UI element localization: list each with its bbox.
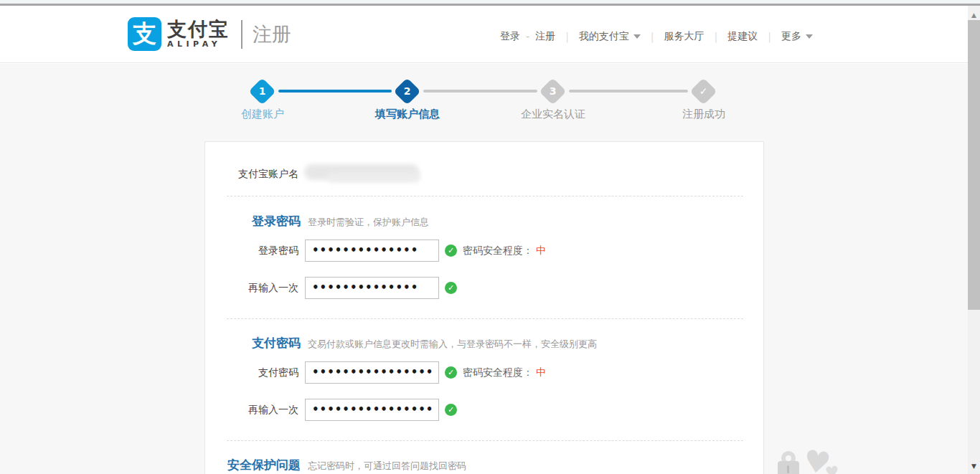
nav-dash: - [526, 31, 529, 42]
payment-password-input[interactable]: •••••••••••••••• [305, 361, 439, 384]
nav-service-hall-link[interactable]: 服务大厅 [664, 30, 705, 43]
main-content: 1 2 3 ✓ 创建账户 填写账户信息 企业实名认证 注册成功 支付宝账户名 登… [0, 64, 968, 474]
brand-name-cn: 支付宝 [167, 19, 230, 39]
password-strength-text: 密码安全程度：中 [463, 245, 546, 257]
nav-suggest-link[interactable]: 提建议 [727, 30, 758, 43]
nav-separator: | [768, 31, 771, 42]
nav-more-link[interactable]: 更多 [781, 30, 801, 43]
strength-value: 中 [536, 366, 546, 378]
step-1-label: 创建账户 [205, 108, 320, 121]
step-connector [569, 90, 688, 93]
top-navigation: 登录 - 注册 | 我的支付宝 | 服务大厅 | 提建议 | 更多 [500, 30, 813, 43]
alipay-logo-icon: 支 [128, 17, 161, 51]
nav-my-alipay-link[interactable]: 我的支付宝 [579, 30, 629, 43]
nav-separator: | [651, 31, 654, 42]
strength-value: 中 [536, 245, 546, 256]
login-password-section-title: 登录密码 [205, 213, 301, 229]
step-connector-done [278, 90, 392, 93]
scrollbar-down-arrow-icon[interactable]: ▼ [968, 461, 980, 471]
step-3-label: 企业实名认证 [496, 108, 611, 121]
payment-password-repeat-input[interactable]: •••••••••••••••• [305, 399, 439, 421]
step-2-marker: 2 [393, 77, 420, 105]
account-info-form-panel: 支付宝账户名 登录密码 登录时需验证，保护账户信息 登录密码 •••••••••… [204, 141, 764, 474]
redacted-account-name-blur [327, 172, 420, 182]
brand-text: 支付宝 ALIPAY [167, 19, 230, 49]
browser-top-edge [0, 0, 980, 6]
vertical-scrollbar[interactable]: ▲ ▼ [968, 6, 980, 474]
login-password-repeat-input[interactable]: •••••••••••••• [305, 277, 439, 299]
scrollbar-up-arrow-icon[interactable]: ▲ [968, 10, 980, 20]
step-2-label: 填写账户信息 [350, 108, 465, 121]
chevron-down-icon[interactable] [633, 34, 641, 39]
password-strength-text: 密码安全程度：中 [463, 366, 546, 379]
lock-icon [778, 461, 799, 474]
security-question-section-hint: 忘记密码时，可通过回答问题找回密码 [308, 460, 466, 473]
nav-login-link[interactable]: 登录 [500, 30, 520, 43]
check-success-icon: ✓ [445, 404, 457, 416]
payment-password-section-title: 支付密码 [205, 335, 301, 351]
step-3-marker: 3 [539, 77, 566, 105]
login-password-label: 登录密码 [205, 245, 298, 257]
check-success-icon: ✓ [445, 282, 457, 294]
step-4-label: 注册成功 [646, 108, 761, 121]
alipay-logo[interactable]: 支 支付宝 ALIPAY 注册 [128, 17, 291, 51]
step-1-marker: 1 [248, 77, 275, 105]
scrollbar-thumb[interactable] [968, 20, 980, 310]
nav-separator: | [565, 31, 569, 42]
check-success-icon: ✓ [445, 366, 457, 379]
step-connector [423, 90, 537, 93]
chevron-down-icon[interactable] [806, 34, 813, 39]
security-question-section-title: 安全保护问题 [205, 457, 301, 473]
page-header: 支 支付宝 ALIPAY 注册 登录 - 注册 | 我的支付宝 | 服务大厅 |… [0, 6, 968, 63]
browser-viewport: ▲ ▼ 支 支付宝 ALIPAY 注册 登录 - 注册 | 我的支付宝 | 服务… [0, 0, 980, 474]
account-name-label: 支付宝账户名 [205, 168, 298, 181]
section-divider [227, 196, 743, 196]
strength-label: 密码安全程度： [463, 245, 533, 256]
registration-stepper: 1 2 3 ✓ 创建账户 填写账户信息 企业实名认证 注册成功 [0, 64, 968, 128]
login-password-repeat-label: 再输入一次 [205, 282, 298, 295]
nav-register-link[interactable]: 注册 [535, 30, 555, 43]
payment-password-section-hint: 交易付款或账户信息更改时需输入，与登录密码不一样，安全级别更高 [308, 338, 597, 351]
payment-password-label: 支付密码 [205, 366, 298, 379]
step-4-marker: ✓ [689, 77, 717, 105]
login-password-section-hint: 登录时需验证，保护账户信息 [308, 216, 429, 229]
heart-icon: ♥ [824, 463, 840, 474]
page-title: 注册 [253, 22, 291, 47]
check-success-icon: ✓ [445, 245, 457, 257]
logo-divider [241, 20, 242, 49]
section-divider [227, 440, 743, 441]
login-password-input[interactable]: •••••••••••••• [305, 240, 439, 262]
payment-password-repeat-label: 再输入一次 [205, 404, 298, 417]
strength-label: 密码安全程度： [463, 366, 533, 378]
brand-name-en: ALIPAY [167, 39, 230, 49]
section-divider [227, 318, 743, 319]
nav-separator: | [715, 31, 718, 42]
